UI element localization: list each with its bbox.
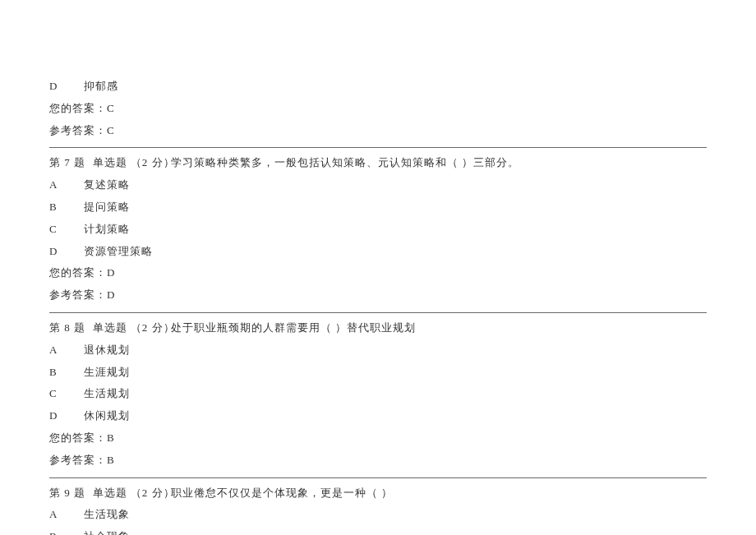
option-letter: A: [49, 506, 84, 523]
option-row: C 计划策略: [49, 221, 707, 238]
your-answer-label: 您的答案：: [49, 266, 107, 279]
option-letter: C: [49, 385, 84, 403]
divider: [49, 312, 707, 313]
question-9: 第 9 题 单选题 （2 分） 职业倦怠不仅仅是个体现象，更是一种（ ） A 生…: [49, 485, 707, 535]
option-letter: B: [49, 199, 84, 216]
option-text: 复述策略: [84, 177, 707, 194]
your-answer-value: D: [107, 266, 115, 279]
option-text: 生活规划: [84, 385, 707, 403]
option-text: 生涯规划: [84, 364, 707, 381]
ref-answer-line: 参考答案：C: [49, 122, 707, 140]
ref-answer-label: 参考答案：: [49, 124, 107, 136]
option-row: D 抑郁感: [49, 78, 707, 95]
option-row: B 社会现象: [49, 528, 707, 535]
your-answer-label: 您的答案：: [49, 431, 107, 444]
your-answer-line: 您的答案：B: [49, 430, 707, 447]
question-meta: 第 7 题 单选题 （2 分）: [49, 155, 171, 172]
question-points: （2 分）: [131, 156, 175, 168]
option-text: 资源管理策略: [84, 243, 707, 261]
question-number: 第 8 题: [49, 321, 85, 334]
ref-answer-line: 参考答案：B: [49, 452, 707, 469]
your-answer-value: B: [107, 431, 115, 444]
question-header: 第 9 题 单选题 （2 分） 职业倦怠不仅仅是个体现象，更是一种（ ）: [49, 485, 707, 502]
option-text: 退休规划: [84, 342, 707, 359]
ref-answer-value: C: [107, 124, 115, 136]
option-row: D 休闲规划: [49, 408, 707, 425]
ref-answer-value: B: [107, 454, 115, 466]
option-letter: B: [49, 528, 84, 535]
question-points: （2 分）: [131, 487, 175, 499]
question-type: 单选题: [93, 156, 127, 168]
ref-answer-value: D: [107, 288, 115, 301]
your-answer-label: 您的答案：: [49, 102, 107, 114]
question-6-partial: D 抑郁感 您的答案：C 参考答案：C: [49, 78, 707, 139]
question-7: 第 7 题 单选题 （2 分） 学习策略种类繁多，一般包括认知策略、元认知策略和…: [49, 155, 707, 304]
option-letter: D: [49, 78, 84, 95]
your-answer-line: 您的答案：D: [49, 265, 707, 282]
your-answer-value: C: [107, 102, 115, 114]
question-stem: 学习策略种类繁多，一般包括认知策略、元认知策略和（ ）三部分。: [171, 155, 707, 172]
option-text: 休闲规划: [84, 408, 707, 425]
ref-answer-label: 参考答案：: [49, 288, 107, 301]
question-stem: 职业倦怠不仅仅是个体现象，更是一种（ ）: [171, 485, 707, 502]
option-letter: C: [49, 221, 84, 238]
question-header: 第 7 题 单选题 （2 分） 学习策略种类繁多，一般包括认知策略、元认知策略和…: [49, 155, 707, 172]
option-text: 计划策略: [84, 221, 707, 238]
option-text: 提问策略: [84, 199, 707, 216]
option-row: C 生活规划: [49, 385, 707, 403]
option-letter: A: [49, 177, 84, 194]
option-row: A 复述策略: [49, 177, 707, 194]
option-row: B 提问策略: [49, 199, 707, 216]
option-text: 生活现象: [84, 506, 707, 523]
option-row: A 生活现象: [49, 506, 707, 523]
ref-answer-line: 参考答案：D: [49, 287, 707, 304]
question-meta: 第 8 题 单选题 （2 分）: [49, 320, 171, 337]
ref-answer-label: 参考答案：: [49, 454, 107, 466]
question-8: 第 8 题 单选题 （2 分） 处于职业瓶颈期的人群需要用（ ）替代职业规划 A…: [49, 320, 707, 469]
option-letter: A: [49, 342, 84, 359]
question-points: （2 分）: [131, 321, 175, 334]
option-row: A 退休规划: [49, 342, 707, 359]
question-stem: 处于职业瓶颈期的人群需要用（ ）替代职业规划: [171, 320, 707, 337]
option-row: B 生涯规划: [49, 364, 707, 381]
question-type: 单选题: [93, 321, 127, 334]
question-header: 第 8 题 单选题 （2 分） 处于职业瓶颈期的人群需要用（ ）替代职业规划: [49, 320, 707, 337]
question-type: 单选题: [93, 487, 127, 499]
option-letter: B: [49, 364, 84, 381]
divider: [49, 477, 707, 478]
option-letter: D: [49, 408, 84, 425]
option-row: D 资源管理策略: [49, 243, 707, 261]
your-answer-line: 您的答案：C: [49, 100, 707, 118]
question-number: 第 9 题: [49, 487, 85, 499]
question-meta: 第 9 题 单选题 （2 分）: [49, 485, 171, 502]
option-text: 社会现象: [84, 528, 707, 535]
divider: [49, 147, 707, 148]
option-letter: D: [49, 243, 84, 261]
question-number: 第 7 题: [49, 156, 85, 168]
option-text: 抑郁感: [84, 78, 707, 95]
